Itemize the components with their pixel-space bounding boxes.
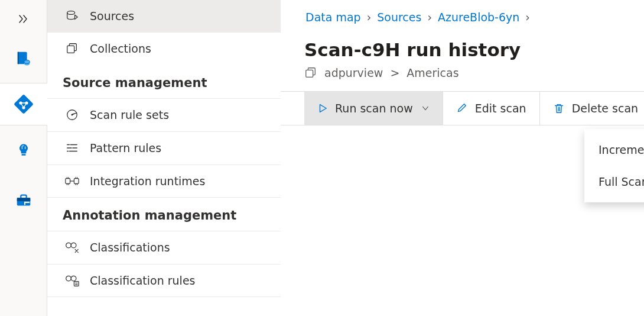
svg-rect-13 [67, 46, 74, 53]
button-label: Edit scan [475, 102, 526, 115]
catalog-icon [15, 49, 32, 67]
sidebar-item-label: Collections [90, 42, 151, 55]
chevron-right-icon: › [427, 11, 432, 24]
rail-item-data-map[interactable] [0, 83, 47, 125]
sidebar-item-label: Sources [90, 9, 134, 22]
sidebar-item-integration-runtimes[interactable]: Integration runtimes [47, 165, 281, 198]
expand-rail-button[interactable] [12, 7, 35, 31]
sidebar-section-source-management: Source management [47, 65, 281, 98]
chevron-down-icon [421, 104, 430, 112]
dropdown-item-incremental-scan[interactable]: Incremental scan [584, 134, 644, 166]
run-scan-dropdown: Incremental scan Full Scan [584, 129, 644, 202]
rail-item-catalog[interactable] [9, 44, 38, 72]
sidebar-item-scan-rule-sets[interactable]: Scan rule sets [47, 98, 281, 131]
breadcrumb-segment[interactable]: AzureBlob-6yn [438, 11, 519, 24]
sidebar-item-label: Pattern rules [90, 141, 161, 154]
svg-rect-24 [306, 70, 313, 77]
database-icon [63, 9, 82, 22]
rail-item-insights[interactable] [9, 136, 38, 165]
svg-rect-6 [21, 154, 25, 156]
dropdown-item-label: Full Scan [599, 175, 644, 188]
sidebar-item-sources[interactable]: Sources [47, 0, 281, 33]
svg-point-15 [71, 114, 73, 116]
breadcrumb-segment[interactable]: Data map [305, 11, 361, 24]
rail-item-management[interactable] [9, 186, 38, 214]
chevron-double-right-icon [18, 13, 30, 25]
collection-root: adpurview [324, 66, 383, 79]
classification-rules-icon [63, 274, 82, 287]
sidebar-item-collections[interactable]: Collections [47, 33, 281, 65]
pattern-icon [63, 141, 82, 154]
edit-scan-button[interactable]: Edit scan [443, 92, 540, 125]
svg-rect-17 [74, 179, 79, 184]
button-label: Run scan now [335, 102, 413, 115]
chevron-right-icon: › [525, 11, 530, 24]
toolbar: Run scan now Edit scan Delete scan [281, 91, 644, 125]
sidebar-item-label: Integration runtimes [90, 175, 205, 188]
svg-rect-22 [74, 282, 79, 286]
svg-point-20 [66, 276, 71, 281]
breadcrumb: Data map › Sources › AzureBlob-6yn › [281, 0, 644, 24]
sidebar-item-label: Classification rules [90, 274, 195, 287]
run-scan-now-button[interactable]: Run scan now [304, 92, 443, 125]
svg-point-19 [71, 243, 76, 248]
sidebar-item-label: Classifications [90, 241, 170, 254]
sidebar-section-annotation-management: Annotation management [47, 198, 281, 231]
delete-scan-button[interactable]: Delete scan [540, 92, 642, 125]
nav-rail [0, 0, 47, 316]
toolbox-icon [15, 191, 32, 209]
sidebar-item-classifications[interactable]: Classifications [47, 231, 281, 264]
collection-child: Americas [406, 66, 458, 79]
play-icon [317, 103, 328, 114]
integration-icon [63, 175, 82, 187]
trash-icon [553, 102, 565, 114]
svg-point-21 [71, 276, 76, 281]
svg-rect-10 [24, 202, 25, 205]
dropdown-item-label: Incremental scan [599, 143, 644, 156]
chevron-right-icon: › [367, 11, 372, 24]
page-title: Scan-c9H run history [304, 39, 644, 60]
classifications-icon [63, 241, 82, 254]
svg-rect-2 [14, 95, 33, 114]
chevron-right-icon: > [390, 66, 399, 79]
svg-rect-8 [17, 198, 30, 201]
svg-point-11 [67, 11, 75, 15]
breadcrumb-segment[interactable]: Sources [377, 11, 421, 24]
lightbulb-icon [15, 142, 32, 159]
button-label: Delete scan [572, 102, 639, 115]
sidebar-item-classification-rules[interactable]: Classification rules [47, 264, 281, 297]
sidebar-item-pattern-rules[interactable]: Pattern rules [47, 131, 281, 165]
collections-icon [304, 66, 317, 79]
edit-icon [456, 102, 468, 114]
main-content: Data map › Sources › AzureBlob-6yn › Sca… [281, 0, 644, 316]
sidebar-item-label: Scan rule sets [90, 108, 169, 121]
svg-point-18 [66, 243, 71, 248]
sidebar: Sources Collections Source management Sc… [47, 0, 281, 316]
collection-path: adpurview > Americas [304, 66, 644, 79]
radar-icon [63, 108, 82, 121]
dropdown-item-full-scan[interactable]: Full Scan [584, 166, 644, 198]
svg-rect-16 [66, 179, 70, 184]
data-map-icon [14, 95, 33, 114]
collections-icon [63, 42, 82, 55]
